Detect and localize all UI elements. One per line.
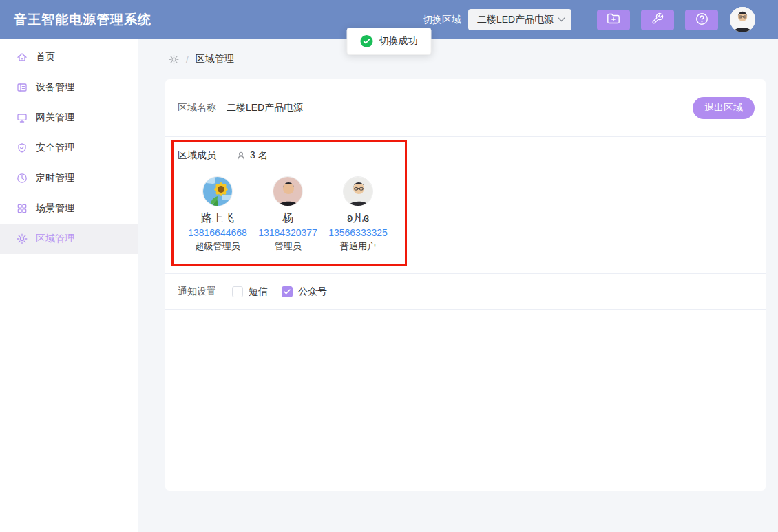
checkbox-official-account[interactable]: 公众号 xyxy=(282,286,327,298)
chevron-down-icon xyxy=(558,17,565,22)
notify-settings-label: 通知设置 xyxy=(178,286,216,298)
notify-settings-row: 通知设置 短信 公众号 xyxy=(165,274,766,310)
exit-region-button[interactable]: 退出区域 xyxy=(693,97,755,119)
shield-icon xyxy=(17,142,28,153)
sidebar-item-regions[interactable]: 区域管理 xyxy=(0,224,138,254)
toast-success: 切换成功 xyxy=(347,28,432,55)
header-actions: 切换区域 二楼LED产品电源 xyxy=(423,7,755,32)
help-icon xyxy=(695,12,708,28)
help-button[interactable] xyxy=(685,10,718,30)
scene-grid-icon xyxy=(17,203,28,214)
sidebar-item-label: 场景管理 xyxy=(36,202,74,215)
sidebar-item-devices[interactable]: 设备管理 xyxy=(0,72,138,103)
region-select[interactable]: 二楼LED产品电源 xyxy=(468,9,571,30)
member-phone[interactable]: 13184320377 xyxy=(258,226,317,240)
sidebar-item-label: 网关管理 xyxy=(36,111,74,124)
region-members-section: 区域成员 3 名 xyxy=(171,140,407,266)
clock-icon xyxy=(17,173,28,184)
member-card[interactable]: ʚ凡ɞ 13566333325 普通用户 xyxy=(323,176,393,253)
sidebar-item-label: 首页 xyxy=(36,51,55,63)
sidebar: 首页 设备管理 网关管理 安全管理 定时管理 xyxy=(0,39,138,532)
region-select-value: 二楼LED产品电源 xyxy=(477,14,554,26)
member-name: ʚ凡ɞ xyxy=(347,211,369,226)
member-phone[interactable]: 13566333325 xyxy=(328,226,388,240)
sidebar-item-gateways[interactable]: 网关管理 xyxy=(0,103,138,133)
member-avatar-sunflower xyxy=(202,176,233,206)
sidebar-item-label: 安全管理 xyxy=(36,142,74,154)
member-card[interactable]: 路上飞 13816644668 超级管理员 xyxy=(182,176,253,253)
gear-icon xyxy=(169,54,179,65)
region-name-label: 区域名称 xyxy=(178,102,216,114)
member-card[interactable]: 杨 13184320377 管理员 xyxy=(253,176,323,253)
gateway-icon xyxy=(17,112,28,123)
member-avatar-glasses xyxy=(343,176,373,206)
member-name: 路上飞 xyxy=(201,211,234,226)
sidebar-item-timing[interactable]: 定时管理 xyxy=(0,163,138,193)
breadcrumb-current[interactable]: 区域管理 xyxy=(196,53,234,65)
breadcrumb: / 区域管理 xyxy=(138,39,778,79)
person-icon xyxy=(236,151,246,160)
success-check-icon xyxy=(361,35,373,47)
sidebar-item-home[interactable]: 首页 xyxy=(0,42,138,72)
checkbox-official-account-label: 公众号 xyxy=(298,286,327,298)
app-title: 音王智能电源管理系统 xyxy=(14,11,151,29)
breadcrumb-separator: / xyxy=(186,54,189,65)
member-list: 路上飞 13816644668 超级管理员 xyxy=(182,176,405,253)
content-area: / 区域管理 区域名称 二楼LED产品电源 退出区域 区域成员 3 名 xyxy=(138,39,778,532)
device-icon xyxy=(17,82,28,93)
checkbox-sms[interactable]: 短信 xyxy=(232,286,268,298)
sidebar-item-label: 区域管理 xyxy=(36,233,74,245)
sidebar-item-security[interactable]: 安全管理 xyxy=(0,133,138,163)
members-header: 区域成员 3 名 xyxy=(178,149,405,162)
switch-region-label: 切换区域 xyxy=(423,14,461,26)
member-role: 管理员 xyxy=(275,240,302,253)
member-avatar-photo xyxy=(273,176,303,206)
checkbox-checked-icon[interactable] xyxy=(282,286,293,297)
sidebar-item-label: 定时管理 xyxy=(36,172,74,184)
folder-add-icon xyxy=(607,12,620,27)
checkbox-unchecked-icon[interactable] xyxy=(232,286,243,297)
sidebar-item-scenes[interactable]: 场景管理 xyxy=(0,193,138,224)
region-name-row: 区域名称 二楼LED产品电源 退出区域 xyxy=(165,79,766,137)
member-phone[interactable]: 13816644668 xyxy=(188,226,247,240)
region-name-value: 二楼LED产品电源 xyxy=(227,102,303,114)
settings-tools-button[interactable] xyxy=(641,10,674,30)
region-card: 区域名称 二楼LED产品电源 退出区域 区域成员 3 名 xyxy=(165,79,766,491)
gear-icon xyxy=(17,233,28,244)
add-region-button[interactable] xyxy=(597,10,630,30)
home-icon xyxy=(17,52,28,63)
members-label: 区域成员 xyxy=(178,149,216,162)
checkbox-sms-label: 短信 xyxy=(249,286,268,298)
member-role: 超级管理员 xyxy=(196,240,240,253)
wrench-icon xyxy=(651,12,664,27)
toast-message: 切换成功 xyxy=(379,35,418,47)
member-name: 杨 xyxy=(282,211,293,226)
sidebar-item-label: 设备管理 xyxy=(36,81,74,94)
members-count: 3 名 xyxy=(250,149,268,162)
user-avatar[interactable] xyxy=(730,7,755,32)
member-role: 普通用户 xyxy=(340,240,376,253)
